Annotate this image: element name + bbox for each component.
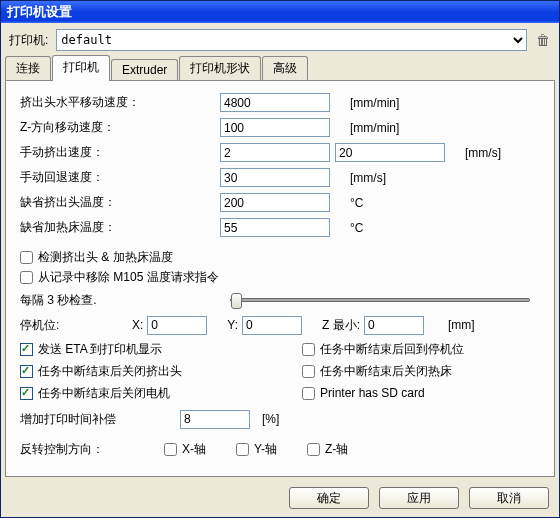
bedtemp-unit: °C <box>350 221 363 235</box>
tabs: 连接 打印机 Extruder 打印机形状 高级 <box>1 55 559 80</box>
invert-x-checkbox[interactable] <box>164 443 177 456</box>
extoff-checkbox[interactable] <box>20 365 33 378</box>
tab-advanced[interactable]: 高级 <box>262 56 308 80</box>
button-bar: 确定 应用 取消 <box>1 481 559 517</box>
bedtemp-input[interactable] <box>220 218 330 237</box>
ok-button[interactable]: 确定 <box>289 487 369 509</box>
invert-z-checkbox[interactable] <box>307 443 320 456</box>
tab-connection[interactable]: 连接 <box>5 56 51 80</box>
park-z-input[interactable] <box>364 316 424 335</box>
interval-label: 每隔 3 秒检查. <box>20 292 220 309</box>
sdcard-label: Printer has SD card <box>320 386 425 400</box>
goto-park-label: 任务中断结束后回到停机位 <box>320 341 464 358</box>
cancel-button[interactable]: 取消 <box>469 487 549 509</box>
manext-input1[interactable] <box>220 143 330 162</box>
printer-label: 打印机: <box>9 32 48 49</box>
invert-z-label: Z-轴 <box>325 441 348 458</box>
invert-x-label: X-轴 <box>182 441 206 458</box>
addtime-label: 增加打印时间补偿 <box>20 411 180 428</box>
extemp-unit: °C <box>350 196 363 210</box>
zfeed-label: Z-方向移动速度： <box>20 119 220 136</box>
motoff-checkbox[interactable] <box>20 387 33 400</box>
delete-printer-icon[interactable]: 🗑 <box>535 32 551 48</box>
printer-select-row: 打印机: default 🗑 <box>1 23 559 55</box>
eta-checkbox[interactable] <box>20 343 33 356</box>
goto-park-checkbox[interactable] <box>302 343 315 356</box>
park-label: 停机位: <box>20 317 128 334</box>
invert-y-label: Y-轴 <box>254 441 277 458</box>
addtime-input[interactable] <box>180 410 250 429</box>
park-x-input[interactable] <box>147 316 207 335</box>
manext-input2[interactable] <box>335 143 445 162</box>
extoff-label: 任务中断结束后关闭挤出头 <box>38 363 182 380</box>
printer-panel: 挤出头水平移动速度： [mm/min] Z-方向移动速度： [mm/min] 手… <box>5 80 555 477</box>
bedoff-checkbox[interactable] <box>302 365 315 378</box>
interval-slider[interactable] <box>230 298 530 302</box>
remove-m105-label: 从记录中移除 M105 温度请求指令 <box>38 269 219 286</box>
slider-thumb[interactable] <box>231 293 242 309</box>
printer-select[interactable]: default <box>56 29 527 51</box>
manret-input[interactable] <box>220 168 330 187</box>
invert-label: 反转控制方向： <box>20 441 104 458</box>
extemp-label: 缺省挤出头温度： <box>20 194 220 211</box>
window-title: 打印机设置 <box>7 3 72 21</box>
travel-feed-unit: [mm/min] <box>350 96 399 110</box>
manext-label: 手动挤出速度： <box>20 144 220 161</box>
park-y-input[interactable] <box>242 316 302 335</box>
sdcard-checkbox[interactable] <box>302 387 315 400</box>
park-unit: [mm] <box>448 318 475 332</box>
travel-feed-label: 挤出头水平移动速度： <box>20 94 220 111</box>
printer-settings-window: 打印机设置 打印机: default 🗑 连接 打印机 Extruder 打印机… <box>0 0 560 518</box>
zfeed-unit: [mm/min] <box>350 121 399 135</box>
addtime-unit: [%] <box>262 412 279 426</box>
tab-extruder[interactable]: Extruder <box>111 59 178 80</box>
manret-label: 手动回退速度： <box>20 169 220 186</box>
zfeed-input[interactable] <box>220 118 330 137</box>
remove-m105-checkbox[interactable] <box>20 271 33 284</box>
bedoff-label: 任务中断结束后关闭热床 <box>320 363 452 380</box>
extemp-input[interactable] <box>220 193 330 212</box>
manext-unit: [mm/s] <box>465 146 501 160</box>
motoff-label: 任务中断结束后关闭电机 <box>38 385 170 402</box>
check-temps-checkbox[interactable] <box>20 251 33 264</box>
park-y-label: Y: <box>227 318 238 332</box>
park-z-label: Z 最小: <box>322 317 360 334</box>
titlebar: 打印机设置 <box>1 1 559 23</box>
eta-label: 发送 ETA 到打印机显示 <box>38 341 162 358</box>
travel-feed-input[interactable] <box>220 93 330 112</box>
invert-y-checkbox[interactable] <box>236 443 249 456</box>
park-x-label: X: <box>132 318 143 332</box>
manret-unit: [mm/s] <box>350 171 386 185</box>
bedtemp-label: 缺省加热床温度： <box>20 219 220 236</box>
check-temps-label: 检测挤出头 & 加热床温度 <box>38 249 173 266</box>
apply-button[interactable]: 应用 <box>379 487 459 509</box>
tab-printer[interactable]: 打印机 <box>52 55 110 81</box>
tab-shape[interactable]: 打印机形状 <box>179 56 261 80</box>
